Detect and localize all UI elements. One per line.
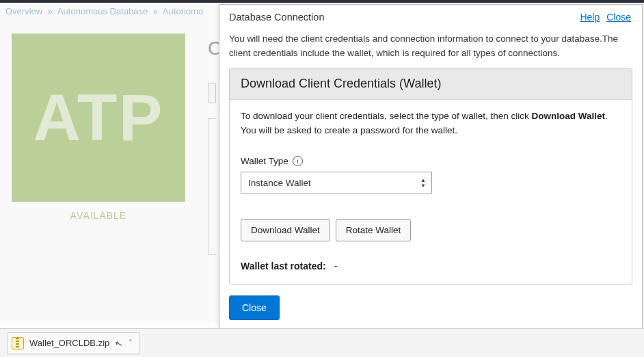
breadcrumb-sep: » <box>150 6 161 16</box>
select-stepper-icon: ▲▼ <box>420 178 426 188</box>
wallet-panel-title: Download Client Credentials (Wallet) <box>230 68 632 100</box>
db-connection-modal: Database Connection Help Close You will … <box>219 4 643 332</box>
wallet-type-select[interactable]: Instance Wallet ▲▼ <box>241 172 432 194</box>
download-chip[interactable]: Wallet_ORCLDB.zip ↖ ˄ <box>7 332 140 354</box>
breadcrumb-autonomous-database[interactable]: Autonomous Database <box>57 6 148 16</box>
wallet-last-rotated-value: - <box>329 261 338 272</box>
close-link[interactable]: Close <box>606 12 631 23</box>
browser-download-bar: Wallet_ORCLDB.zip ↖ ˄ <box>0 328 644 357</box>
rotate-wallet-button[interactable]: Rotate Wallet <box>336 219 412 241</box>
atp-status: AVAILABLE <box>70 210 126 221</box>
modal-title: Database Connection <box>229 12 324 23</box>
breadcrumb-current-cut: Autonomo <box>163 6 203 16</box>
breadcrumb-sep: » <box>45 6 55 16</box>
atp-badge-column: ATP AVAILABLE <box>5 34 191 255</box>
wallet-type-selected: Instance Wallet <box>248 178 311 188</box>
modal-description: You will need the client credentials and… <box>219 27 642 68</box>
wallet-instructions: To download your client credentials, sel… <box>241 109 621 138</box>
info-icon[interactable]: i <box>293 156 303 166</box>
download-wallet-button[interactable]: Download Wallet <box>241 219 330 241</box>
atp-badge: ATP <box>12 34 185 202</box>
zip-file-icon <box>12 337 24 349</box>
modal-header: Database Connection Help Close <box>219 5 642 27</box>
wallet-last-rotated: Wallet last rotated: - <box>241 261 621 272</box>
chevron-up-icon[interactable]: ˄ <box>129 339 133 347</box>
wallet-last-rotated-label: Wallet last rotated: <box>241 261 326 272</box>
close-button[interactable]: Close <box>229 295 280 320</box>
help-link[interactable]: Help <box>580 12 600 23</box>
cursor-icon: ↖ <box>113 336 125 349</box>
toolbar-button-cut[interactable] <box>208 83 216 103</box>
wallet-type-label-text: Wallet Type <box>241 156 289 166</box>
details-panel-cut <box>208 118 216 255</box>
wallet-type-label: Wallet Type i <box>241 156 303 166</box>
download-filename: Wallet_ORCLDB.zip <box>29 338 109 348</box>
wallet-instructions-bold: Download Wallet <box>531 111 605 121</box>
breadcrumb-overview[interactable]: Overview <box>5 6 42 16</box>
wallet-instructions-pre: To download your client credentials, sel… <box>241 111 531 121</box>
wallet-panel: Download Client Credentials (Wallet) To … <box>229 68 632 285</box>
